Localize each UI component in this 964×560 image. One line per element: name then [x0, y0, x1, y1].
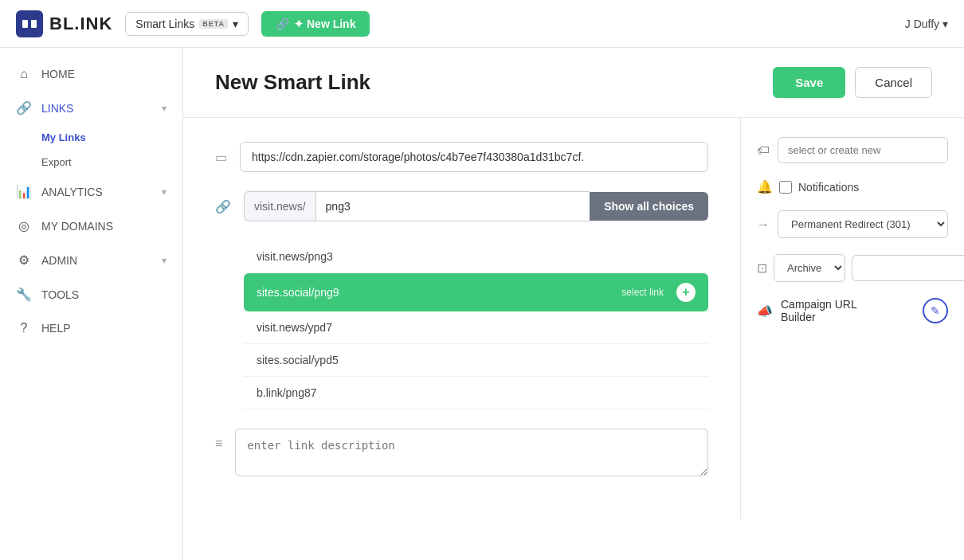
- sidebar-item-my-domains[interactable]: ◎ MY DOMAINS: [0, 209, 182, 243]
- sidebar-item-help[interactable]: ? HELP: [0, 311, 182, 345]
- sidebar-item-label: HOME: [41, 68, 75, 80]
- slug-prefix: visit.news/: [244, 191, 315, 221]
- suggestion-value: visit.news/ypd7: [257, 321, 332, 334]
- left-panel: ▭ 🔗 visit.news/ Show all choices 🔗: [183, 118, 741, 519]
- edit-icon: ✎: [931, 304, 940, 317]
- new-link-icon: 🔗: [276, 18, 289, 30]
- archive-icon: ⊡: [757, 260, 767, 276]
- archive-row: ⊡ Archive 📅: [757, 254, 948, 282]
- tag-icon: 🏷: [757, 143, 770, 158]
- sidebar-item-label: MY DOMAINS: [41, 220, 113, 233]
- link-icon: 🔗: [215, 199, 231, 214]
- logo: BL.INK: [16, 10, 112, 37]
- links-submenu: My Links Export: [0, 125, 182, 174]
- notifications-checkbox[interactable]: [779, 181, 792, 194]
- sidebar-item-label: TOOLS: [41, 288, 79, 301]
- smart-links-label: Smart Links: [135, 18, 194, 30]
- megaphone-icon: 📣: [757, 303, 773, 319]
- main-layout: ⌂ HOME 🔗 LINKS ▾ My Links Export 📊 ANALY…: [0, 48, 964, 560]
- redirect-icon: →: [757, 217, 770, 232]
- svg-rect-1: [31, 20, 37, 28]
- bell-icon: 🔔: [757, 179, 773, 194]
- redirect-row: → Permanent Redirect (301) Temporary Red…: [757, 210, 948, 238]
- save-button[interactable]: Save: [773, 67, 845, 98]
- sidebar-item-home[interactable]: ⌂ HOME: [0, 57, 182, 91]
- export-label: Export: [41, 156, 72, 168]
- cancel-button[interactable]: Cancel: [855, 67, 932, 98]
- description-icon: ≡: [215, 437, 222, 451]
- campaign-subtitle: Builder: [781, 311, 857, 323]
- list-item[interactable]: visit.news/ypd7: [244, 311, 708, 344]
- campaign-left: 📣 Campaign URL Builder: [757, 298, 857, 323]
- tools-icon: 🔧: [16, 287, 32, 302]
- campaign-edit-button[interactable]: ✎: [923, 298, 948, 323]
- tag-row: 🏷: [757, 137, 948, 163]
- archive-select[interactable]: Archive: [774, 254, 845, 282]
- user-label: J Duffy ▾: [905, 18, 948, 30]
- sidebar-item-label: LINKS: [41, 102, 73, 115]
- sidebar-item-admin[interactable]: ⚙ ADMIN ▾: [0, 243, 182, 277]
- help-icon: ?: [16, 321, 32, 335]
- description-input[interactable]: [235, 429, 708, 476]
- sidebar-item-tools[interactable]: 🔧 TOOLS: [0, 277, 182, 311]
- campaign-label-group: Campaign URL Builder: [781, 298, 857, 323]
- campaign-row: 📣 Campaign URL Builder ✎: [757, 298, 948, 323]
- redirect-select[interactable]: Permanent Redirect (301) Temporary Redir…: [778, 210, 948, 238]
- smart-links-button[interactable]: Smart Links BETA ▾: [125, 12, 249, 36]
- logo-icon: [16, 10, 43, 37]
- chevron-icon: ▾: [162, 186, 167, 198]
- slug-input[interactable]: [315, 191, 590, 221]
- beta-badge: BETA: [199, 19, 228, 29]
- suggestion-value: b.link/png87: [257, 386, 317, 399]
- sidebar: ⌂ HOME 🔗 LINKS ▾ My Links Export 📊 ANALY…: [0, 48, 183, 560]
- url-input[interactable]: [240, 142, 708, 172]
- new-link-button[interactable]: 🔗 ✦ New Link: [261, 11, 370, 37]
- sidebar-item-analytics[interactable]: 📊 ANALYTICS ▾: [0, 174, 182, 209]
- image-icon: ▭: [215, 150, 227, 165]
- list-item[interactable]: visit.news/png3: [244, 241, 708, 273]
- page-header: New Smart Link Save Cancel: [183, 48, 964, 118]
- user-menu[interactable]: J Duffy ▾: [905, 18, 948, 30]
- domains-icon: ◎: [16, 218, 32, 233]
- svg-rect-0: [22, 20, 28, 28]
- plus-circle-icon[interactable]: +: [676, 283, 696, 302]
- sidebar-sub-item-export[interactable]: Export: [41, 150, 182, 174]
- suggestion-value: visit.news/png3: [257, 250, 333, 263]
- links-icon: 🔗: [16, 100, 32, 116]
- page-title: New Smart Link: [215, 70, 370, 95]
- suggestions-row: 🔗 visit.news/png3 sites.social/png9 sele…: [215, 241, 708, 409]
- list-item[interactable]: b.link/png87: [244, 377, 708, 409]
- analytics-icon: 📊: [16, 184, 32, 199]
- header-actions: Save Cancel: [773, 67, 932, 98]
- suggestion-value: sites.social/png9: [257, 286, 339, 299]
- sidebar-item-links[interactable]: 🔗 LINKS ▾: [0, 91, 182, 125]
- archive-date-input[interactable]: [852, 255, 964, 281]
- notifications-row: 🔔 Notifications: [757, 179, 948, 194]
- content-body: ▭ 🔗 visit.news/ Show all choices 🔗: [183, 118, 964, 519]
- chevron-icon: ▾: [162, 103, 167, 114]
- new-link-label: ✦ New Link: [294, 18, 355, 30]
- suggestions-list: visit.news/png3 sites.social/png9 select…: [244, 241, 708, 409]
- my-links-label: My Links: [41, 131, 86, 143]
- sidebar-item-label: HELP: [41, 322, 71, 335]
- suggestion-value: sites.social/ypd5: [257, 354, 339, 366]
- sidebar-item-label: ANALYTICS: [41, 186, 103, 198]
- notifications-label: Notifications: [798, 181, 859, 194]
- home-icon: ⌂: [16, 67, 32, 81]
- navbar-left: BL.INK Smart Links BETA ▾ 🔗 ✦ New Link: [16, 10, 370, 37]
- tag-input[interactable]: [778, 137, 948, 163]
- sidebar-sub-item-my-links[interactable]: My Links: [41, 125, 182, 150]
- select-link-group: select link +: [621, 283, 696, 302]
- navbar: BL.INK Smart Links BETA ▾ 🔗 ✦ New Link J…: [0, 0, 964, 48]
- content-area: New Smart Link Save Cancel ▭ 🔗 visit.: [183, 48, 964, 560]
- logo-text: BL.INK: [49, 14, 112, 34]
- list-item[interactable]: sites.social/png9 select link +: [244, 273, 708, 311]
- slug-group: visit.news/ Show all choices: [244, 191, 708, 221]
- chevron-down-icon: ▾: [233, 18, 238, 30]
- slug-row: 🔗 visit.news/ Show all choices: [215, 191, 708, 221]
- list-item[interactable]: sites.social/ypd5: [244, 344, 708, 377]
- right-panel: 🏷 🔔 Notifications → Permanent Redirect (…: [741, 118, 964, 519]
- select-link-label: select link: [621, 287, 664, 298]
- show-choices-button[interactable]: Show all choices: [590, 192, 708, 221]
- sidebar-item-label: ADMIN: [41, 254, 77, 267]
